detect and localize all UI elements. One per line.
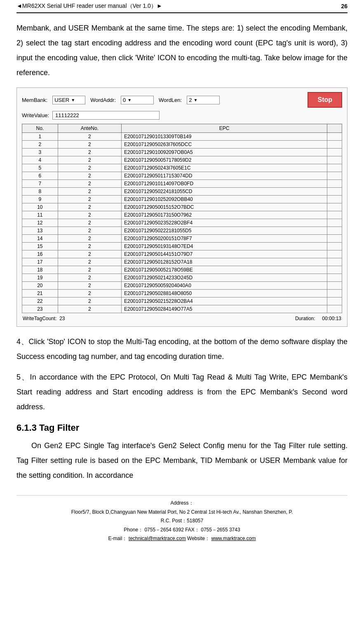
- wordlen-value: 2: [189, 97, 192, 103]
- footer-website-link[interactable]: www.marktrace.com: [211, 536, 256, 541]
- table-row: 232E200107129050284149O77A5: [22, 305, 342, 313]
- header-page-number: 26: [341, 3, 348, 9]
- table-row: 62E200107129050117153074DD: [22, 172, 342, 180]
- footer-email-website: E-mail： technical@marktrace.com Website：…: [16, 534, 348, 543]
- wordaddr-select[interactable]: 0 ▼: [121, 96, 154, 104]
- table-row: 52E200107129050243I7605E1C: [22, 164, 342, 172]
- footer-contact: Phone： 0755－2654 6392 FAX： 0755－2655 374…: [16, 526, 348, 535]
- col-no: No.: [22, 124, 58, 133]
- wordaddr-value: 0: [123, 97, 126, 103]
- wordlen-arrow-icon: ▼: [193, 98, 197, 102]
- writevalue-label: WriteValue:: [22, 112, 49, 118]
- table-row: 162E200107129050144151O79D7: [22, 250, 342, 258]
- step4-text: 4、Click 'Stop' ICON to stop the Multi-Ta…: [16, 334, 348, 364]
- writevalue-input[interactable]: [52, 111, 160, 120]
- write-tag-count-label: WriteTagCount: 23: [23, 316, 65, 321]
- wordlen-label: WordLen:: [159, 97, 182, 103]
- page-footer: Address： Floor5/7, Block D,Changyuan New…: [16, 495, 348, 543]
- epc-table: No. AnteNo. EPC 12E20010712901013309T0B1…: [22, 124, 342, 313]
- footer-address1: Floor5/7, Block D,Changyuan New Material…: [16, 508, 348, 517]
- table-row: 212E200107129050288148O8050: [22, 290, 342, 297]
- table-row: 112E200107129050173150O7962: [22, 211, 342, 219]
- table-row: 92E200107129010252092OBB40: [22, 196, 342, 203]
- table-row: 102E200107129050015152O7BDC: [22, 203, 342, 211]
- membank-arrow-icon: ▼: [71, 98, 75, 102]
- section-heading: 6.1.3 Tag Filter: [16, 422, 348, 433]
- section-text: On Gen2 EPC Single Tag interface's Gen2 …: [16, 438, 348, 483]
- page-header: ◄MR62XX Serial UHF reader user manual（Ve…: [16, 0, 348, 13]
- duration-label: Duration: 00:00:13: [295, 316, 341, 321]
- table-row: 122E200107129050235228O2BF4: [22, 219, 342, 227]
- membank-label: MemBank:: [22, 97, 47, 103]
- col-anteno: AnteNo.: [58, 124, 121, 133]
- header-title: ◄MR62XX Serial UHF reader user manual（Ve…: [16, 2, 162, 10]
- step5-text: 5、In accordance with the EPC Protocol, O…: [16, 370, 348, 414]
- footer-address-label: Address：: [16, 499, 348, 508]
- wordaddr-arrow-icon: ▼: [127, 98, 132, 102]
- membank-value: USER: [54, 97, 69, 103]
- ui-panel: MemBank: USER ▼ WordAddr: 0 ▼ WordLen: 2…: [16, 87, 348, 327]
- wordaddr-label: WordAddr:: [90, 97, 116, 103]
- table-row: 22E200107129050263I7605DCC: [22, 141, 342, 149]
- stop-button[interactable]: Stop: [308, 92, 342, 108]
- col-extra: [327, 124, 342, 133]
- table-row: 42E200107129050057178059D2: [22, 156, 342, 164]
- table-row: 132E200107129050222181055D5: [22, 227, 342, 235]
- table-row: 152E200107129050193148O7ED4: [22, 243, 342, 250]
- table-row: 182E200107129050052178O59BE: [22, 266, 342, 274]
- footer-email-link[interactable]: technical@marktrace.com: [129, 536, 186, 541]
- intro-paragraph: Membank, and USER Membank at the same ti…: [16, 21, 348, 80]
- table-row: 172E200107129050128152O7A18: [22, 258, 342, 266]
- table-row: 192E200107129050214233O245D: [22, 274, 342, 282]
- table-row: 142E200107129050200151O78F7: [22, 235, 342, 243]
- membank-select[interactable]: USER ▼: [52, 96, 85, 104]
- footer-address2: R.C. Post：518057: [16, 517, 348, 526]
- panel-row1: MemBank: USER ▼ WordAddr: 0 ▼ WordLen: 2…: [22, 92, 342, 108]
- col-epc: EPC: [121, 124, 327, 133]
- table-footer: WriteTagCount: 23 Duration: 00:00:13: [22, 313, 342, 322]
- wordlen-select[interactable]: 2 ▼: [187, 96, 220, 104]
- table-row: 82E200107129050224181055CD: [22, 188, 342, 196]
- table-row: 32E200107129010092097OB0A5: [22, 149, 342, 156]
- table-row: 202E200107129050059204040A0: [22, 282, 342, 290]
- table-row: 222E200107129050215228O2BA4: [22, 297, 342, 305]
- panel-row2: WriteValue:: [22, 111, 342, 120]
- table-row: 12E20010712901013309T0B149: [22, 133, 342, 141]
- table-row: 72E200107129010114097OB0FD: [22, 180, 342, 188]
